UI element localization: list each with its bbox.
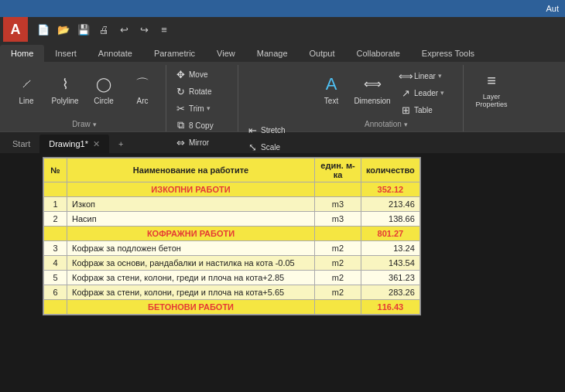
new-btn[interactable]: 📄 <box>34 20 53 39</box>
category-num-izkopni <box>44 182 67 197</box>
layer-properties-icon: ≡ <box>481 70 502 91</box>
scale-icon: ⤡ <box>246 141 259 153</box>
ribbon-group-modify: ✥ Move ↻ Rotate ✂ Trim ▾ ⧉ 8 Copy ⇔ Mirr… <box>166 65 238 131</box>
mirror-button[interactable]: ⇔ Mirror <box>171 135 233 150</box>
ribbon-tabs: Home Insert Annotate Parametric View Man… <box>0 42 565 62</box>
move-icon: ✥ <box>174 68 187 80</box>
linear-button[interactable]: ⟺ Linear ▾ <box>396 68 458 84</box>
polyline-icon: ⌇ <box>54 73 76 95</box>
canvas-area[interactable]: № Наименование на работите един. м-ка ко… <box>0 153 565 392</box>
row1-unit: m3 <box>315 197 361 212</box>
row3-desc: Кофраж за подложен бетон <box>67 241 315 256</box>
tab-collaborate[interactable]: Collaborate <box>346 45 411 62</box>
row2-qty: 138.66 <box>361 212 420 227</box>
layer-properties-button[interactable]: ≡ Layer Properties <box>468 66 515 111</box>
category-num-betonovi <box>44 300 67 315</box>
line-button[interactable]: ⟋ Line <box>8 66 45 111</box>
workspace-dropdown[interactable]: ≡ <box>155 20 173 39</box>
layer-items: ≡ Layer Properties <box>468 66 515 127</box>
title-text: Aut <box>546 4 559 13</box>
table-icon: ⊞ <box>399 104 412 116</box>
category-row-kofrajni: КОФРАЖНИ РАБОТИ 801.27 <box>44 227 420 241</box>
leader-button[interactable]: ↗ Leader ▾ <box>396 85 458 101</box>
category-label-kofrajni: КОФРАЖНИ РАБОТИ <box>67 227 315 241</box>
arc-button[interactable]: ⌒ Arc <box>124 66 161 111</box>
row6-num: 6 <box>44 285 67 300</box>
redo-btn[interactable]: ↪ <box>135 20 153 39</box>
ribbon-group-annotation: A Text ⟺ Dimension ⟺ Linear ▾ ↗ Leader ▾ <box>310 65 464 131</box>
category-value-betonovi: 116.43 <box>361 300 420 315</box>
dimension-icon: ⟺ <box>361 73 383 95</box>
tab-manage[interactable]: Manage <box>246 45 299 62</box>
draw-items: ⟋ Line ⌇ Polyline ◯ Circle ⌒ Arc <box>8 66 161 118</box>
row4-unit: m2 <box>315 256 361 271</box>
row5-unit: m2 <box>315 271 361 285</box>
circle-icon: ◯ <box>93 73 115 95</box>
tab-parametric[interactable]: Parametric <box>143 45 206 62</box>
ribbon-group-draw: ⟋ Line ⌇ Polyline ◯ Circle ⌒ Arc Draw ▾ <box>3 65 166 131</box>
move-button[interactable]: ✥ Move <box>171 66 233 82</box>
scale-button[interactable]: ⤡ Scale <box>243 139 305 155</box>
trim-button[interactable]: ✂ Trim ▾ <box>171 101 233 116</box>
category-num-kofrajni <box>44 227 67 241</box>
row1-desc: Изкоп <box>67 197 315 212</box>
table-button[interactable]: ⊞ Table <box>396 102 458 118</box>
save-btn[interactable]: 💾 <box>74 20 93 39</box>
new-tab-button[interactable]: + <box>109 135 132 153</box>
table-row: 6 Кофраж за стени, колони, греди и плоча… <box>44 285 420 300</box>
annotation-items: A Text ⟺ Dimension ⟺ Linear ▾ ↗ Leader ▾ <box>314 66 458 118</box>
tab-annotate[interactable]: Annotate <box>87 45 143 62</box>
row4-num: 4 <box>44 256 67 271</box>
polyline-button[interactable]: ⌇ Polyline <box>46 66 84 111</box>
category-row-izkopni: ИЗКОПНИ РАБОТИ 352.12 <box>44 182 420 197</box>
row6-desc: Кофраж за стени, колони, греди и плоча н… <box>67 285 315 300</box>
row2-desc: Насип <box>67 212 315 227</box>
rotate-icon: ↻ <box>174 85 187 97</box>
ribbon-group-layer: ≡ Layer Properties <box>464 65 519 131</box>
stretch-button[interactable]: ⇤ Stretch <box>243 122 305 138</box>
tab-insert[interactable]: Insert <box>44 45 87 62</box>
draw-expand-icon[interactable]: ▾ <box>93 121 97 128</box>
col-header-qty: количество <box>361 159 420 182</box>
print-btn[interactable]: 🖨 <box>94 20 113 39</box>
stretch-icon: ⇤ <box>246 124 259 136</box>
tab-drawing1[interactable]: Drawing1* ✕ <box>39 135 109 153</box>
acad-logo[interactable]: A <box>3 17 28 42</box>
undo-btn[interactable]: ↩ <box>115 20 133 39</box>
col-header-unit: един. м-ка <box>315 159 361 182</box>
row5-qty: 361.23 <box>361 271 420 285</box>
open-btn[interactable]: 📂 <box>54 20 73 39</box>
copy-button[interactable]: ⧉ 8 Copy <box>171 118 233 133</box>
tab-output[interactable]: Output <box>299 45 346 62</box>
draw-label: Draw ▾ <box>72 118 96 130</box>
rotate-button[interactable]: ↻ Rotate <box>171 84 233 99</box>
close-drawing-icon[interactable]: ✕ <box>93 139 100 149</box>
leader-dropdown-icon: ▾ <box>440 89 444 97</box>
category-label-izkopni: ИЗКОПНИ РАБОТИ <box>67 182 315 197</box>
trim-icon: ✂ <box>174 102 187 114</box>
circle-button[interactable]: ◯ Circle <box>85 66 122 111</box>
ribbon-content: ⟋ Line ⌇ Polyline ◯ Circle ⌒ Arc Draw ▾ <box>0 62 565 131</box>
tab-view[interactable]: View <box>206 45 246 62</box>
col-header-num: № <box>44 159 67 182</box>
row6-qty: 283.26 <box>361 285 420 300</box>
modify-items: ✥ Move ↻ Rotate ✂ Trim ▾ ⧉ 8 Copy ⇔ Mirr… <box>171 66 233 167</box>
tab-start[interactable]: Start <box>3 135 39 153</box>
row3-qty: 13.24 <box>361 241 420 256</box>
text-button[interactable]: A Text <box>314 66 348 111</box>
text-icon: A <box>320 73 342 95</box>
tab-express-tools[interactable]: Express Tools <box>411 45 485 62</box>
linear-icon: ⟺ <box>399 70 412 82</box>
category-unit-kofrajni <box>315 227 361 241</box>
line-icon: ⟋ <box>15 73 37 95</box>
table-row: 4 Кофраж за основи, рандабалки и настилк… <box>44 256 420 271</box>
dimension-button[interactable]: ⟺ Dimension <box>351 66 393 111</box>
arc-icon: ⌒ <box>132 73 153 95</box>
title-bar: Aut <box>0 0 565 17</box>
category-value-kofrajni: 801.27 <box>361 227 420 241</box>
tab-home[interactable]: Home <box>0 45 44 62</box>
row5-desc: Кофраж за стени, колони, греди и плоча н… <box>67 271 315 285</box>
row2-unit: m3 <box>315 212 361 227</box>
annotation-expand-icon[interactable]: ▾ <box>404 121 408 128</box>
table-row: 1 Изкоп m3 213.46 <box>44 197 420 212</box>
